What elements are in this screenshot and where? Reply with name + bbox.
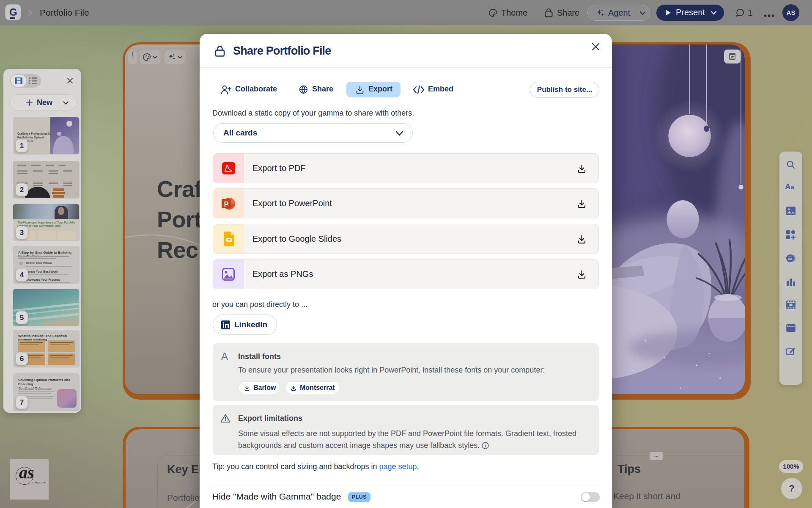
svg-text:P: P [224,201,229,208]
